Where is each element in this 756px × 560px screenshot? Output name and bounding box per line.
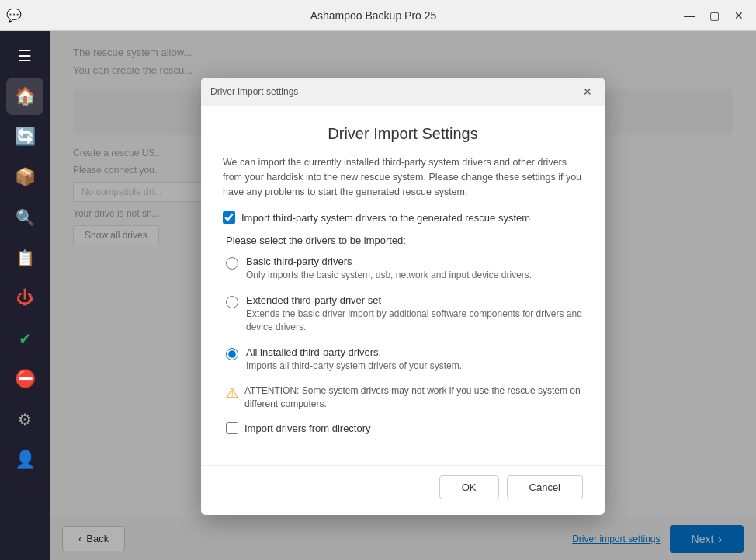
app-title: Ashampoo Backup Pro 25 — [68, 9, 678, 22]
dialog-titlebar-text: Driver import settings — [210, 86, 298, 97]
check-icon: ✔ — [19, 329, 32, 348]
import-dir-label[interactable]: Import drivers from directory — [244, 423, 371, 434]
stop-icon: ⛔ — [15, 369, 36, 389]
power-icon: ⏻ — [16, 288, 33, 308]
sidebar-item-sync[interactable]: 🔄 — [6, 118, 43, 155]
sidebar: ☰ 🏠 🔄 📦 🔍 📋 ⏻ ✔ ⛔ ⚙ 👤 — [0, 31, 50, 560]
select-label: Please select the drivers to be imported… — [226, 235, 583, 246]
ok-button[interactable]: OK — [439, 475, 499, 499]
title-bar: 💬 Ashampoo Backup Pro 25 — ▢ ✕ — [0, 0, 756, 31]
radio-basic-text: Basic third-party drivers Only imports t… — [246, 256, 532, 282]
sidebar-item-backup[interactable]: 📦 — [6, 158, 43, 196]
radio-all-title: All installed third-party drivers. — [246, 346, 462, 358]
radio-all-desc: Imports all third-party system drivers o… — [246, 360, 462, 373]
warning-text: ATTENTION: Some system drivers may not w… — [244, 384, 583, 411]
radio-basic-title: Basic third-party drivers — [246, 256, 532, 267]
dialog-body: Driver Import Settings We can import the… — [201, 106, 605, 465]
import-dir-checkbox[interactable] — [226, 422, 238, 434]
list-icon: 📋 — [16, 249, 35, 267]
sidebar-item-settings[interactable]: ⚙ — [6, 401, 43, 438]
maximize-button[interactable]: ▢ — [703, 6, 725, 25]
radio-extended[interactable] — [226, 296, 238, 308]
sidebar-item-user[interactable]: 👤 — [6, 441, 43, 478]
radio-option-extended: Extended third-party driver set Extends … — [226, 294, 583, 334]
radio-basic-desc: Only imports the basic system, usb, netw… — [246, 269, 532, 282]
sidebar-item-home[interactable]: 🏠 — [6, 78, 43, 115]
sidebar-item-search[interactable]: 🔍 — [6, 199, 43, 236]
home-icon: 🏠 — [15, 86, 36, 106]
import-checkbox-row: Import third-party system drivers to the… — [223, 211, 583, 224]
radio-option-all: All installed third-party drivers. Impor… — [226, 346, 583, 373]
user-icon: 👤 — [15, 450, 36, 470]
backup-icon: 📦 — [15, 167, 36, 187]
dialog-close-button[interactable]: ✕ — [580, 84, 595, 99]
search-icon: 🔍 — [16, 208, 35, 227]
sidebar-item-check[interactable]: ✔ — [6, 320, 43, 357]
warning-icon: ⚠ — [226, 384, 238, 402]
content-area: The rescue system allow... You can creat… — [50, 31, 756, 560]
sync-icon: 🔄 — [15, 127, 36, 147]
driver-import-dialog: Driver import settings ✕ Driver Import S… — [201, 78, 605, 515]
settings-icon: ⚙ — [18, 410, 32, 429]
sidebar-item-list[interactable]: 📋 — [6, 239, 43, 277]
sidebar-item-stop[interactable]: ⛔ — [6, 360, 43, 398]
dialog-titlebar: Driver import settings ✕ — [201, 78, 605, 106]
window-controls: — ▢ ✕ — [678, 6, 750, 25]
radio-extended-desc: Extends the basic driver import by addit… — [246, 308, 583, 334]
dialog-footer: OK Cancel — [201, 465, 605, 515]
minimize-button[interactable]: — — [678, 6, 700, 25]
radio-extended-title: Extended third-party driver set — [246, 294, 583, 306]
dialog-description: We can import the currently installed th… — [223, 155, 583, 199]
import-checkbox[interactable] — [223, 211, 235, 224]
menu-icon: ☰ — [18, 47, 32, 65]
radio-basic[interactable] — [226, 257, 238, 270]
sidebar-item-power[interactable]: ⏻ — [6, 280, 43, 317]
app-body: ☰ 🏠 🔄 📦 🔍 📋 ⏻ ✔ ⛔ ⚙ 👤 — [0, 31, 756, 560]
radio-all[interactable] — [226, 348, 238, 360]
warning-row: ⚠ ATTENTION: Some system drivers may not… — [226, 384, 583, 411]
radio-extended-text: Extended third-party driver set Extends … — [246, 294, 583, 334]
cancel-button[interactable]: Cancel — [507, 475, 583, 499]
radio-option-basic: Basic third-party drivers Only imports t… — [226, 256, 583, 282]
import-checkbox-label[interactable]: Import third-party system drivers to the… — [241, 212, 530, 224]
close-button[interactable]: ✕ — [728, 6, 750, 25]
dialog-title: Driver Import Settings — [223, 125, 583, 143]
radio-all-text: All installed third-party drivers. Impor… — [246, 346, 462, 373]
modal-overlay: Driver import settings ✕ Driver Import S… — [50, 31, 756, 560]
chat-icon: 💬 — [6, 8, 22, 23]
import-dir-row: Import drivers from directory — [226, 422, 583, 434]
sidebar-item-menu[interactable]: ☰ — [6, 37, 43, 75]
